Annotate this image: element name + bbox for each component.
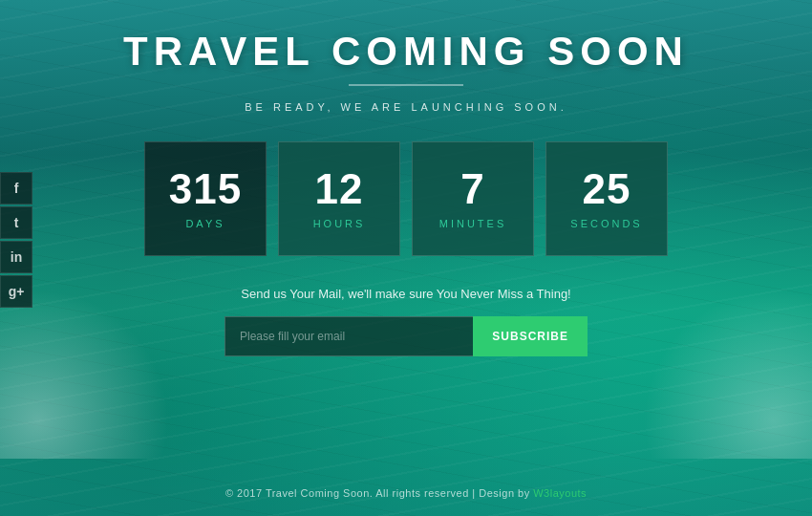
email-section: Send us Your Mail, we'll make sure You N… — [224, 287, 588, 356]
seconds-value: 25 — [583, 168, 631, 210]
linkedin-button[interactable]: in — [0, 241, 32, 273]
title-divider — [349, 84, 463, 86]
main-content: TRAVEL COMING SOON BE READY, WE ARE LAUN… — [0, 0, 812, 516]
twitter-button[interactable]: t — [0, 206, 32, 239]
email-tagline: Send us Your Mail, we'll make sure You N… — [224, 287, 588, 301]
minutes-value: 7 — [460, 168, 484, 210]
minutes-label: MINUTES — [439, 218, 507, 229]
page-title: TRAVEL COMING SOON — [123, 29, 689, 75]
days-value: 315 — [169, 168, 242, 210]
hours-value: 12 — [315, 168, 364, 210]
seconds-label: SECONDS — [570, 218, 642, 229]
countdown-hours: 12 HOURS — [278, 141, 400, 256]
countdown-days: 315 DAYS — [144, 141, 267, 256]
countdown-timer: 315 DAYS 12 HOURS 7 MINUTES 25 SECONDS — [144, 141, 668, 256]
googleplus-button[interactable]: g+ — [0, 275, 32, 308]
facebook-button[interactable]: f — [0, 172, 32, 204]
days-label: DAYS — [185, 218, 224, 229]
email-input[interactable] — [224, 316, 473, 356]
countdown-seconds: 25 SECONDS — [545, 141, 668, 256]
social-sidebar: f t in g+ — [0, 172, 32, 308]
countdown-minutes: 7 MINUTES — [412, 141, 534, 256]
subtitle: BE READY, WE ARE LAUNCHING SOON. — [245, 101, 566, 113]
hours-label: HOURS — [313, 218, 366, 229]
subscribe-button[interactable]: SUBSCRIBE — [473, 316, 588, 356]
email-form: SUBSCRIBE — [224, 316, 588, 356]
